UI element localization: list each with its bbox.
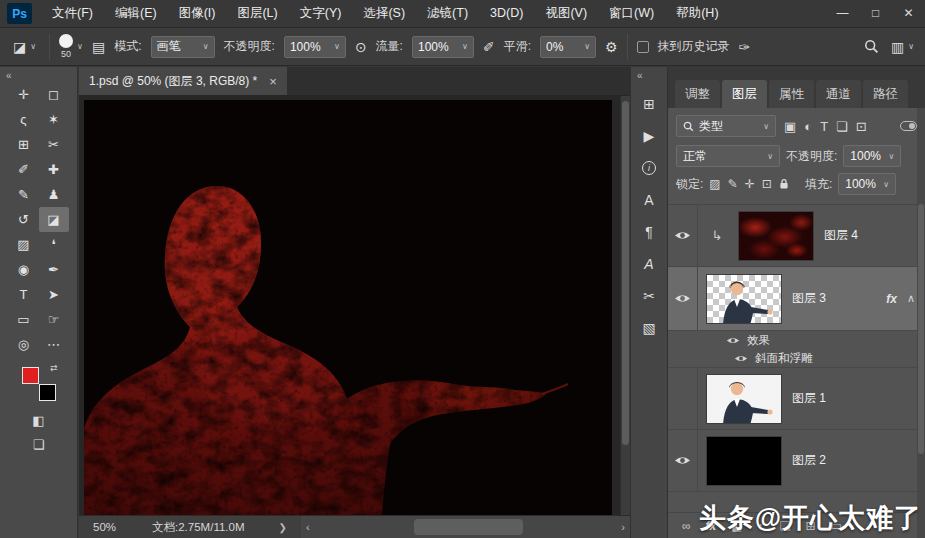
layer-row-4[interactable]: ↳ 图层 4 — [668, 205, 925, 267]
pressure-size-icon[interactable]: ✑ — [739, 40, 751, 54]
panel-notes-icon[interactable]: ✂ — [634, 283, 664, 309]
tool-path-select[interactable]: ➤ — [39, 282, 69, 307]
layer-row-2[interactable]: 图层 2 — [668, 430, 925, 492]
brush-preset-picker[interactable]: 50 ∨ — [59, 34, 83, 59]
tab-layers[interactable]: 图层 — [722, 80, 767, 108]
tool-move[interactable]: ✛ — [9, 82, 39, 107]
tool-slice[interactable]: ✂ — [39, 132, 69, 157]
menu-filter[interactable]: 滤镜(T) — [416, 0, 479, 27]
tab-channels[interactable]: 通道 — [816, 80, 861, 108]
smoothing-select[interactable]: 0% ∨ — [540, 36, 596, 58]
zoom-level[interactable]: 50% — [93, 521, 116, 533]
tool-clone-stamp[interactable]: ♟ — [39, 182, 69, 207]
tool-crop[interactable]: ⊞ — [9, 132, 39, 157]
layer-name[interactable]: 图层 4 — [824, 227, 858, 244]
opacity-select[interactable]: 100% ∨ — [284, 36, 346, 58]
swap-colors-icon[interactable]: ⇄ — [50, 363, 58, 373]
menu-file[interactable]: 文件(F) — [41, 0, 104, 27]
lock-pixels-icon[interactable]: ✎ — [728, 177, 738, 191]
canvas[interactable] — [84, 100, 612, 515]
vertical-scrollbar[interactable] — [620, 96, 630, 515]
airbrush-icon[interactable]: ✐ — [483, 40, 495, 54]
background-color-swatch[interactable] — [39, 384, 56, 401]
tool-hand[interactable]: ☞ — [39, 307, 69, 332]
visibility-toggle[interactable] — [668, 430, 698, 491]
tool-marquee[interactable]: ◻ — [39, 82, 69, 107]
filter-smart-object-icon[interactable]: ⊡ — [856, 119, 867, 134]
erase-to-history-checkbox[interactable] — [637, 41, 649, 53]
lock-all-icon[interactable] — [779, 178, 789, 190]
menu-select[interactable]: 选择(S) — [352, 0, 416, 27]
layer-row-3[interactable]: 图层 3 fx ∧ — [668, 267, 925, 331]
scroll-right-icon[interactable]: › — [616, 521, 630, 533]
panel-scrollbar-thumb[interactable] — [918, 204, 924, 454]
visibility-toggle[interactable] — [734, 354, 748, 363]
layer-name[interactable]: 图层 1 — [792, 390, 826, 407]
tool-preset-picker[interactable]: ◪ ∨ — [9, 38, 40, 56]
layer-filter-select[interactable]: 类型 ∨ — [676, 115, 776, 137]
horizontal-scrollbar[interactable]: ‹ › — [301, 516, 630, 538]
layer-name[interactable]: 图层 3 — [792, 290, 826, 307]
filter-shape-icon[interactable]: ❏ — [836, 119, 848, 134]
mode-select[interactable]: 画笔 ∨ — [151, 36, 215, 58]
minimize-button[interactable]: — — [826, 0, 859, 28]
visibility-toggle[interactable] — [726, 336, 740, 345]
tool-healing[interactable]: ✚ — [39, 157, 69, 182]
layer-thumbnail[interactable] — [706, 274, 782, 324]
menu-image[interactable]: 图像(I) — [168, 0, 227, 27]
menu-edit[interactable]: 编辑(E) — [104, 0, 168, 27]
close-tab-icon[interactable]: × — [269, 74, 277, 89]
tool-zoom[interactable]: ◎ — [9, 332, 39, 357]
tool-history-brush[interactable]: ↺ — [9, 207, 39, 232]
tab-adjustments[interactable]: 调整 — [675, 80, 720, 108]
tool-eyedropper[interactable]: ✐ — [9, 157, 39, 182]
layer-name[interactable]: 图层 2 — [792, 452, 826, 469]
tool-dodge[interactable]: ◉ — [9, 257, 39, 282]
tool-rectangle[interactable]: ▭ — [9, 307, 39, 332]
foreground-color-swatch[interactable] — [22, 367, 39, 384]
menu-3d[interactable]: 3D(D) — [479, 0, 534, 27]
tool-brush[interactable]: ✎ — [9, 182, 39, 207]
visibility-toggle[interactable] — [668, 368, 698, 429]
close-button[interactable]: ✕ — [892, 0, 925, 28]
visibility-toggle[interactable] — [668, 205, 698, 266]
filter-pixel-icon[interactable]: ▣ — [784, 119, 796, 134]
layer-thumbnail[interactable] — [706, 436, 782, 486]
layer-fx-badge[interactable]: fx — [886, 292, 897, 306]
link-layers-icon[interactable]: ∞ — [682, 519, 691, 533]
collapse-effects-icon[interactable]: ∧ — [907, 292, 915, 305]
expand-panels-icon[interactable]: « — [631, 67, 667, 85]
tab-paths[interactable]: 路径 — [863, 80, 908, 108]
tab-properties[interactable]: 属性 — [769, 80, 814, 108]
flow-select[interactable]: 100% ∨ — [412, 36, 474, 58]
panel-glyphs-icon[interactable]: A — [634, 251, 664, 277]
workspace-switcher[interactable]: ▥ ∨ — [891, 40, 914, 54]
gear-icon[interactable]: ⚙ — [605, 40, 618, 54]
filter-type-icon[interactable]: T — [820, 119, 828, 134]
status-chevron-icon[interactable]: ❯ — [279, 522, 287, 533]
menu-window[interactable]: 窗口(W) — [598, 0, 665, 27]
visibility-toggle[interactable] — [668, 267, 698, 330]
tool-pen[interactable]: ✒ — [39, 257, 69, 282]
horizontal-scrollbar-thumb[interactable] — [414, 519, 522, 535]
scroll-left-icon[interactable]: ‹ — [301, 521, 315, 533]
menu-layer[interactable]: 图层(L) — [226, 0, 288, 27]
tool-lasso[interactable]: ς — [9, 107, 39, 132]
panel-paragraph-icon[interactable]: ¶ — [634, 219, 664, 245]
vertical-scrollbar-thumb[interactable] — [622, 101, 629, 445]
lock-position-icon[interactable]: ✛ — [745, 177, 755, 191]
quick-mask-icon[interactable]: ◧ — [32, 413, 44, 428]
panel-3d-icon[interactable]: ▧ — [634, 315, 664, 341]
filter-toggle-icon[interactable] — [900, 121, 917, 131]
tool-gradient[interactable]: ▨ — [9, 232, 39, 257]
pressure-opacity-icon[interactable]: ⊙ — [355, 40, 367, 54]
lock-transparent-icon[interactable]: ▨ — [709, 177, 720, 191]
panel-actions-icon[interactable]: ▶ — [634, 123, 664, 149]
tool-quick-select[interactable]: ✶ — [39, 107, 69, 132]
lock-artboard-icon[interactable]: ⊡ — [762, 177, 772, 191]
menu-type[interactable]: 文字(Y) — [289, 0, 353, 27]
menu-view[interactable]: 视图(V) — [534, 0, 598, 27]
blend-mode-select[interactable]: 正常 ∨ — [676, 145, 780, 167]
search-icon[interactable] — [864, 39, 879, 54]
menu-help[interactable]: 帮助(H) — [665, 0, 729, 27]
